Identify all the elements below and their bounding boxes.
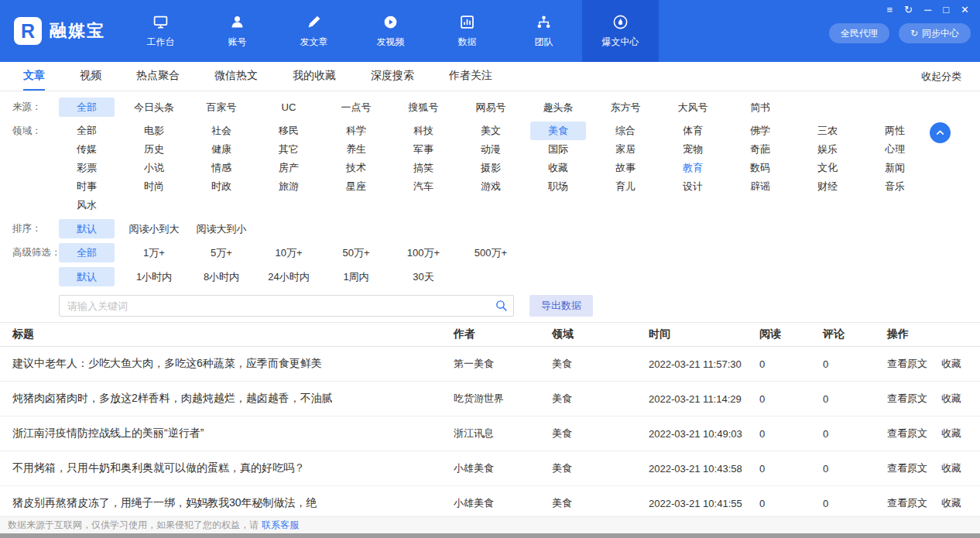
maximize-button[interactable]: □	[943, 5, 949, 15]
tab-deep-search[interactable]: 深度搜索	[371, 62, 414, 91]
nav-item-hot-center[interactable]: 爆文中心	[582, 0, 659, 62]
category-option[interactable]: 职场	[530, 177, 586, 196]
time-filter-option[interactable]: 默认	[59, 267, 115, 286]
category-option[interactable]: 情感	[194, 159, 249, 177]
source-option[interactable]: UC	[261, 98, 317, 117]
favorite-link[interactable]: 收藏	[941, 357, 961, 371]
read-filter-option[interactable]: 50万+	[328, 243, 384, 262]
category-option[interactable]: 美文	[463, 122, 519, 140]
menu-icon[interactable]: ≡	[887, 5, 893, 15]
agent-button[interactable]: 全民代理	[829, 23, 889, 43]
category-option[interactable]: 设计	[665, 177, 721, 196]
category-option[interactable]: 音乐	[867, 177, 923, 196]
nav-item-publish-article[interactable]: 发文章	[276, 0, 352, 62]
tab-hot-aggregation[interactable]: 热点聚合	[136, 62, 180, 91]
category-option[interactable]: 宠物	[665, 140, 721, 159]
nav-item-publish-video[interactable]: 发视频	[352, 0, 429, 62]
category-option[interactable]: 三农	[800, 122, 855, 140]
read-filter-option[interactable]: 100万+	[396, 243, 451, 262]
category-option[interactable]: 育儿	[598, 177, 653, 196]
refresh-icon[interactable]: ↻	[904, 5, 913, 15]
category-option[interactable]: 国际	[530, 140, 586, 159]
category-option[interactable]: 故事	[598, 159, 653, 177]
category-option[interactable]: 游戏	[463, 177, 519, 196]
source-option[interactable]: 网易号	[463, 98, 519, 117]
view-original-link[interactable]: 查看原文	[887, 461, 927, 475]
source-option[interactable]: 趣头条	[530, 98, 586, 117]
category-option[interactable]: 时事	[59, 177, 115, 196]
time-filter-option[interactable]: 24小时内	[261, 267, 317, 286]
tab-my-favorites[interactable]: 我的收藏	[293, 62, 336, 91]
favorite-link[interactable]: 收藏	[941, 496, 961, 510]
view-original-link[interactable]: 查看原文	[887, 357, 927, 371]
category-option[interactable]: 文化	[800, 159, 855, 177]
category-option[interactable]: 财经	[800, 177, 855, 196]
category-option[interactable]: 娱乐	[800, 140, 855, 159]
category-option[interactable]: 时政	[194, 177, 249, 196]
time-filter-option[interactable]: 1小时内	[126, 267, 182, 286]
minimize-button[interactable]: ─	[924, 5, 931, 15]
category-option[interactable]: 养生	[328, 140, 384, 159]
read-filter-option[interactable]: 1万+	[126, 243, 182, 262]
category-option[interactable]: 风水	[59, 196, 115, 214]
sort-option[interactable]: 阅读小到大	[126, 219, 182, 238]
category-option[interactable]: 体育	[665, 122, 721, 140]
nav-item-team[interactable]: 团队	[505, 0, 582, 62]
nav-item-account[interactable]: 账号	[199, 0, 276, 62]
view-original-link[interactable]: 查看原文	[887, 392, 927, 406]
read-filter-option[interactable]: 5万+	[194, 243, 249, 262]
category-option[interactable]: 家居	[598, 140, 653, 159]
source-option[interactable]: 百家号	[194, 98, 249, 117]
tab-video[interactable]: 视频	[80, 62, 101, 91]
time-filter-option[interactable]: 30天	[396, 267, 451, 286]
source-option[interactable]: 全部	[59, 98, 115, 117]
source-option[interactable]: 搜狐号	[396, 98, 451, 117]
category-option[interactable]: 传媒	[59, 140, 115, 159]
category-option[interactable]: 两性	[867, 122, 923, 140]
category-option[interactable]: 心理	[867, 140, 923, 159]
category-option[interactable]: 房产	[261, 159, 317, 177]
category-option[interactable]: 健康	[194, 140, 249, 159]
tab-wechat-hot[interactable]: 微信热文	[214, 62, 258, 91]
category-option[interactable]: 时尚	[126, 177, 182, 196]
category-option[interactable]: 星座	[328, 177, 384, 196]
nav-item-data[interactable]: 数据	[429, 0, 505, 62]
category-option[interactable]: 彩票	[59, 159, 115, 177]
category-option[interactable]: 教育	[665, 159, 721, 177]
source-option[interactable]: 一点号	[328, 98, 384, 117]
favorite-link[interactable]: 收藏	[941, 392, 961, 406]
collapse-categories-link[interactable]: 收起分类	[921, 62, 961, 91]
category-option[interactable]: 摄影	[463, 159, 519, 177]
read-filter-option[interactable]: 500万+	[463, 243, 519, 262]
time-filter-option[interactable]: 1周内	[328, 267, 384, 286]
search-input[interactable]	[59, 295, 514, 317]
time-filter-option[interactable]: 8小时内	[194, 267, 249, 286]
tab-article[interactable]: 文章	[23, 62, 45, 91]
collapse-filters-button[interactable]	[930, 122, 951, 143]
category-option[interactable]: 综合	[598, 122, 653, 140]
category-option[interactable]: 其它	[261, 140, 317, 159]
category-option[interactable]: 佛学	[732, 122, 788, 140]
category-option[interactable]: 旅游	[261, 177, 317, 196]
category-option[interactable]: 美食	[530, 122, 586, 140]
category-option[interactable]: 数码	[732, 159, 788, 177]
category-option[interactable]: 技术	[328, 159, 384, 177]
category-option[interactable]: 全部	[59, 122, 115, 140]
category-option[interactable]: 搞笑	[396, 159, 451, 177]
favorite-link[interactable]: 收藏	[941, 427, 961, 440]
contact-support-link[interactable]: 联系客服	[262, 519, 299, 532]
category-option[interactable]: 新闻	[867, 159, 923, 177]
category-option[interactable]: 历史	[126, 140, 182, 159]
sort-option[interactable]: 默认	[59, 219, 115, 238]
category-option[interactable]: 社会	[194, 122, 249, 140]
category-option[interactable]: 辟谣	[732, 177, 788, 196]
category-option[interactable]: 电影	[126, 122, 182, 140]
export-data-button[interactable]: 导出数据	[529, 295, 593, 317]
category-option[interactable]: 科技	[396, 122, 451, 140]
category-option[interactable]: 军事	[396, 140, 451, 159]
tab-author-follow[interactable]: 作者关注	[449, 62, 492, 91]
source-option[interactable]: 简书	[732, 98, 788, 117]
source-option[interactable]: 东方号	[598, 98, 653, 117]
category-option[interactable]: 小说	[126, 159, 182, 177]
source-option[interactable]: 今日头条	[126, 98, 182, 117]
